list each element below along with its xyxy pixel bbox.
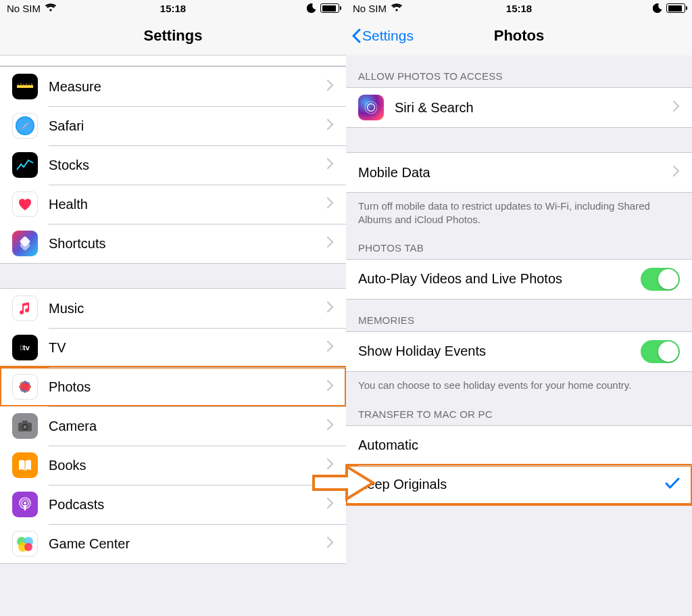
- row-label: Show Holiday Events: [358, 343, 641, 359]
- back-button[interactable]: Settings: [346, 28, 414, 44]
- camera-icon: [12, 413, 38, 439]
- photos-settings-screen: No SIM 15:18 Settings Photos ALLOW PHOTO…: [346, 0, 692, 616]
- siri-icon: [358, 95, 384, 120]
- wifi-icon: [391, 3, 403, 14]
- settings-screen: No SIM 15:18 Settings Measure: [0, 0, 346, 616]
- dnd-moon-icon: [653, 3, 662, 13]
- partial-row-top: [0, 55, 346, 66]
- settings-row-stocks[interactable]: Stocks: [0, 145, 346, 185]
- row-label: Automatic: [358, 437, 680, 453]
- settings-row-music[interactable]: Music: [0, 289, 346, 328]
- row-label: Siri & Search: [395, 100, 673, 116]
- chevron-right-icon: [327, 302, 334, 315]
- chevron-right-icon: [327, 237, 334, 250]
- settings-row-shortcuts[interactable]: Shortcuts: [0, 224, 346, 263]
- chevron-right-icon: [327, 158, 334, 172]
- row-label: Shortcuts: [49, 236, 327, 252]
- chevron-right-icon: [327, 380, 334, 394]
- row-label: Measure: [49, 79, 327, 95]
- shortcuts-icon: [12, 231, 38, 256]
- chevron-right-icon: [327, 197, 334, 211]
- nav-bar: Settings: [0, 16, 346, 55]
- settings-row-podcasts[interactable]: Podcasts: [0, 485, 346, 524]
- chevron-right-icon: [327, 498, 334, 511]
- svg-rect-22: [22, 421, 28, 423]
- battery-icon: [320, 3, 339, 13]
- section-header-memories: MEMORIES: [346, 300, 692, 331]
- nav-bar: Settings Photos: [346, 16, 692, 55]
- row-label: Books: [49, 458, 327, 473]
- status-bar: No SIM 15:18: [346, 0, 692, 16]
- section-header-transfer: TRANSFER TO MAC OR PC: [346, 399, 692, 425]
- chevron-right-icon: [327, 419, 334, 433]
- section-header-access: ALLOW PHOTOS TO ACCESS: [346, 55, 692, 87]
- section-header-photostab: PHOTOS TAB: [346, 234, 692, 259]
- stocks-icon: [12, 152, 38, 178]
- row-transfer-automatic[interactable]: Automatic: [346, 426, 692, 465]
- health-icon: [12, 191, 38, 217]
- svg-point-21: [24, 425, 27, 429]
- svg-rect-0: [17, 85, 33, 88]
- settings-row-safari[interactable]: Safari: [0, 106, 346, 145]
- section-footer-holiday: You can choose to see holiday events for…: [346, 372, 692, 399]
- dnd-moon-icon: [307, 3, 316, 13]
- row-label: Camera: [49, 419, 327, 434]
- row-mobile-data[interactable]: Mobile Data: [346, 153, 692, 192]
- section-footer-mobiledata: Turn off mobile data to restrict updates…: [346, 193, 692, 234]
- chevron-right-icon: [327, 458, 334, 472]
- chevron-right-icon: [327, 119, 334, 133]
- row-label: Mobile Data: [358, 165, 673, 181]
- tv-icon: tv: [12, 335, 38, 360]
- row-siri-search[interactable]: Siri & Search: [346, 88, 692, 127]
- row-label: Podcasts: [49, 497, 327, 513]
- settings-row-health[interactable]: Health: [0, 185, 346, 224]
- settings-row-tv[interactable]: tv TV: [0, 328, 346, 367]
- row-label: Music: [49, 301, 327, 316]
- settings-row-measure[interactable]: Measure: [0, 67, 346, 106]
- photos-settings-list[interactable]: ALLOW PHOTOS TO ACCESS Siri & Search Mob…: [346, 55, 692, 616]
- row-label: Stocks: [49, 158, 327, 173]
- measure-icon: [12, 74, 38, 99]
- battery-icon: [666, 3, 685, 13]
- safari-icon: [12, 113, 38, 139]
- chevron-right-icon: [673, 166, 680, 179]
- row-label: TV: [49, 340, 327, 356]
- settings-row-photos[interactable]: Photos: [0, 367, 346, 406]
- row-label: Safari: [49, 118, 327, 134]
- settings-row-gamecenter[interactable]: Game Center: [0, 524, 346, 563]
- music-icon: [12, 295, 38, 321]
- row-label: Photos: [49, 379, 327, 395]
- row-transfer-keep-originals[interactable]: Keep Originals: [346, 465, 692, 504]
- row-label: Game Center: [49, 536, 327, 552]
- settings-row-books[interactable]: Books: [0, 446, 346, 485]
- svg-point-32: [368, 104, 375, 112]
- wifi-icon: [45, 3, 57, 14]
- page-title: Settings: [0, 27, 346, 45]
- svg-point-30: [24, 543, 32, 551]
- back-label: Settings: [362, 28, 414, 44]
- settings-list[interactable]: Measure Safari Stocks: [0, 55, 346, 616]
- row-holiday-events[interactable]: Show Holiday Events: [346, 332, 692, 371]
- podcasts-icon: [12, 492, 38, 517]
- row-label: Keep Originals: [358, 477, 665, 492]
- row-label: Auto-Play Videos and Live Photos: [358, 271, 641, 287]
- books-icon: [12, 452, 38, 478]
- photos-icon: [12, 374, 38, 400]
- carrier-label: No SIM: [353, 3, 387, 14]
- toggle-switch[interactable]: [641, 340, 680, 363]
- chevron-right-icon: [327, 341, 334, 354]
- status-bar: No SIM 15:18: [0, 0, 346, 16]
- svg-point-26: [24, 502, 26, 504]
- row-autoplay[interactable]: Auto-Play Videos and Live Photos: [346, 260, 692, 299]
- settings-row-camera[interactable]: Camera: [0, 406, 346, 446]
- row-label: Health: [49, 197, 327, 212]
- toggle-switch[interactable]: [641, 268, 680, 291]
- chevron-right-icon: [327, 80, 334, 93]
- chevron-right-icon: [673, 101, 680, 114]
- gamecenter-icon: [12, 531, 38, 556]
- chevron-right-icon: [327, 537, 334, 550]
- svg-point-31: [365, 101, 377, 114]
- carrier-label: No SIM: [7, 3, 41, 14]
- checkmark-icon: [665, 477, 680, 492]
